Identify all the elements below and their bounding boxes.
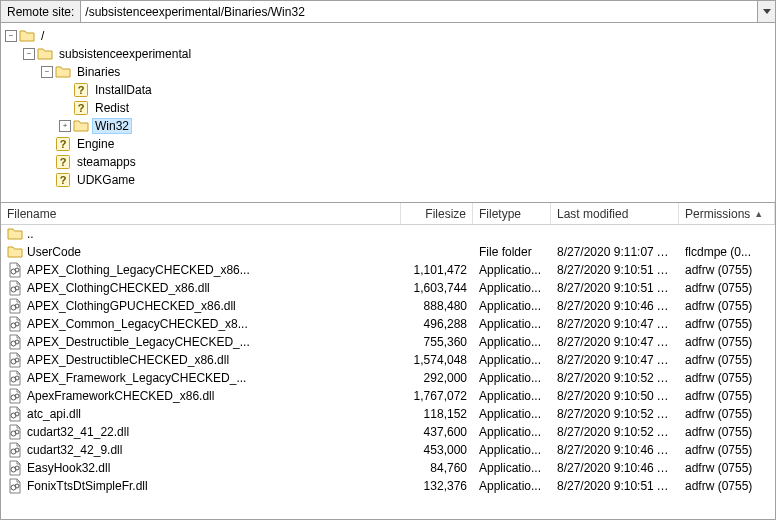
file-name: FonixTtsDtSimpleFr.dll (27, 479, 148, 493)
chevron-down-icon (763, 9, 771, 14)
file-type: Applicatio... (473, 353, 551, 367)
file-list-row[interactable]: FonixTtsDtSimpleFr.dll132,376Applicatio.… (1, 477, 775, 495)
file-type: Applicatio... (473, 335, 551, 349)
file-list-row[interactable]: APEX_Clothing_LegacyCHECKED_x86...1,101,… (1, 261, 775, 279)
file-list-body[interactable]: ..UserCodeFile folder8/27/2020 9:11:07 A… (1, 225, 775, 519)
file-icon (7, 352, 23, 368)
tree-node[interactable]: −/ (5, 27, 775, 45)
file-type: Applicatio... (473, 371, 551, 385)
file-list-row[interactable]: UserCodeFile folder8/27/2020 9:11:07 AMf… (1, 243, 775, 261)
svg-text:?: ? (60, 138, 67, 150)
file-modified: 8/27/2020 9:11:07 AM (551, 245, 679, 259)
file-list-row[interactable]: APEX_Common_LegacyCHECKED_x8...496,288Ap… (1, 315, 775, 333)
file-type: Applicatio... (473, 461, 551, 475)
tree-node[interactable]: −Binaries (41, 63, 775, 81)
file-permissions: adfrw (0755) (679, 299, 775, 313)
file-modified: 8/27/2020 9:10:46 AM (551, 461, 679, 475)
file-permissions: adfrw (0755) (679, 281, 775, 295)
tree-node[interactable]: ?steamapps (41, 153, 775, 171)
file-size: 437,600 (401, 425, 473, 439)
column-header-filetype[interactable]: Filetype (473, 203, 551, 224)
folder-up-icon (7, 226, 23, 242)
file-list-row[interactable]: APEX_ClothingCHECKED_x86.dll1,603,744App… (1, 279, 775, 297)
file-icon (7, 388, 23, 404)
remote-file-list: Filename Filesize Filetype Last modified… (1, 203, 775, 519)
file-permissions: flcdmpe (0... (679, 245, 775, 259)
remote-directory-tree[interactable]: −/−subsistenceexperimental−Binaries?Inst… (1, 23, 775, 203)
column-header-permissions[interactable]: Permissions ▲ (679, 203, 775, 224)
tree-node-label: InstallData (93, 83, 154, 97)
folder-icon (7, 244, 23, 260)
tree-expand-icon[interactable]: + (59, 120, 71, 132)
tree-node[interactable]: +Win32 (59, 117, 775, 135)
file-list-row[interactable]: APEX_ClothingGPUCHECKED_x86.dll888,480Ap… (1, 297, 775, 315)
file-type: Applicatio... (473, 299, 551, 313)
file-modified: 8/27/2020 9:10:51 AM (551, 263, 679, 277)
file-name: APEX_ClothingCHECKED_x86.dll (27, 281, 210, 295)
file-icon (7, 334, 23, 350)
folder-icon (19, 28, 35, 44)
file-icon (7, 280, 23, 296)
file-name: APEX_Common_LegacyCHECKED_x8... (27, 317, 248, 331)
file-modified: 8/27/2020 9:10:51 AM (551, 281, 679, 295)
file-list-row[interactable]: cudart32_42_9.dll453,000Applicatio...8/2… (1, 441, 775, 459)
file-icon (7, 298, 23, 314)
svg-text:?: ? (78, 102, 85, 114)
file-list-row[interactable]: cudart32_41_22.dll437,600Applicatio...8/… (1, 423, 775, 441)
file-name: UserCode (27, 245, 81, 259)
file-name: APEX_DestructibleCHECKED_x86.dll (27, 353, 229, 367)
tree-node-label: subsistenceexperimental (57, 47, 193, 61)
file-size: 292,000 (401, 371, 473, 385)
file-list-row[interactable]: APEX_Framework_LegacyCHECKED_...292,000A… (1, 369, 775, 387)
file-size: 755,360 (401, 335, 473, 349)
remote-path-input[interactable] (81, 1, 757, 22)
tree-node[interactable]: −subsistenceexperimental (23, 45, 775, 63)
svg-text:?: ? (78, 84, 85, 96)
tree-node-label: Engine (75, 137, 116, 151)
tree-node[interactable]: ?InstallData (59, 81, 775, 99)
file-type: File folder (473, 245, 551, 259)
file-list-header: Filename Filesize Filetype Last modified… (1, 203, 775, 225)
file-list-row[interactable]: .. (1, 225, 775, 243)
file-type: Applicatio... (473, 317, 551, 331)
file-size: 84,760 (401, 461, 473, 475)
file-type: Applicatio... (473, 407, 551, 421)
file-type: Applicatio... (473, 479, 551, 493)
column-header-filename[interactable]: Filename (1, 203, 401, 224)
file-name: APEX_Clothing_LegacyCHECKED_x86... (27, 263, 250, 277)
file-modified: 8/27/2020 9:10:46 AM (551, 299, 679, 313)
file-size: 1,574,048 (401, 353, 473, 367)
file-type: Applicatio... (473, 443, 551, 457)
file-size: 1,767,072 (401, 389, 473, 403)
tree-expander-none (59, 84, 71, 96)
tree-node[interactable]: ?Redist (59, 99, 775, 117)
unknown-folder-icon: ? (55, 172, 71, 188)
remote-path-bar: Remote site: (1, 1, 775, 23)
tree-node[interactable]: ?UDKGame (41, 171, 775, 189)
file-list-row[interactable]: EasyHook32.dll84,760Applicatio...8/27/20… (1, 459, 775, 477)
file-size: 118,152 (401, 407, 473, 421)
tree-node-label: Win32 (93, 119, 131, 133)
file-name: atc_api.dll (27, 407, 81, 421)
folder-icon (37, 46, 53, 62)
unknown-folder-icon: ? (73, 82, 89, 98)
file-permissions: adfrw (0755) (679, 371, 775, 385)
file-modified: 8/27/2020 9:10:51 AM (551, 479, 679, 493)
tree-node[interactable]: ?Engine (41, 135, 775, 153)
tree-expander-none (41, 138, 53, 150)
column-header-filesize[interactable]: Filesize (401, 203, 473, 224)
file-modified: 8/27/2020 9:10:47 AM (551, 353, 679, 367)
file-list-row[interactable]: atc_api.dll118,152Applicatio...8/27/2020… (1, 405, 775, 423)
file-list-row[interactable]: ApexFrameworkCHECKED_x86.dll1,767,072App… (1, 387, 775, 405)
remote-path-label: Remote site: (1, 1, 81, 22)
tree-collapse-icon[interactable]: − (5, 30, 17, 42)
tree-collapse-icon[interactable]: − (41, 66, 53, 78)
unknown-folder-icon: ? (55, 136, 71, 152)
tree-expander-none (59, 102, 71, 114)
tree-collapse-icon[interactable]: − (23, 48, 35, 60)
file-list-row[interactable]: APEX_DestructibleCHECKED_x86.dll1,574,04… (1, 351, 775, 369)
file-permissions: adfrw (0755) (679, 479, 775, 493)
file-list-row[interactable]: APEX_Destructible_LegacyCHECKED_...755,3… (1, 333, 775, 351)
remote-path-dropdown[interactable] (757, 1, 775, 22)
column-header-last-modified[interactable]: Last modified (551, 203, 679, 224)
